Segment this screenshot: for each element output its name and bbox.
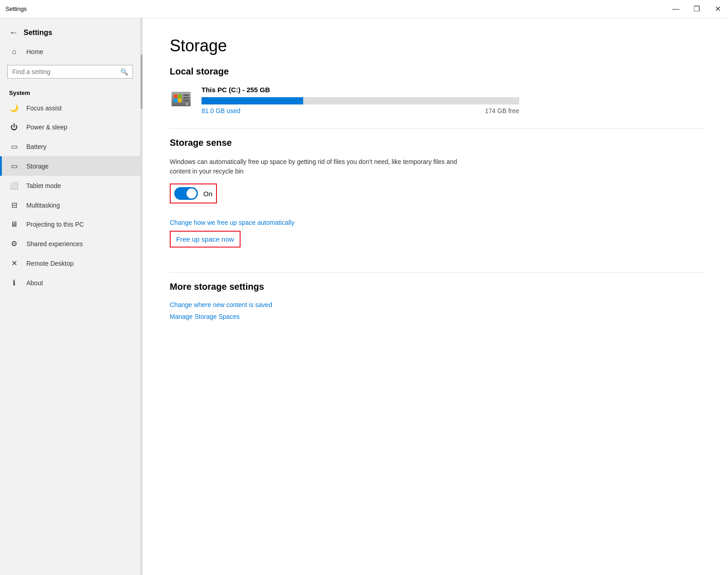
storage-label: Storage [26, 163, 49, 170]
sidebar-item-tablet-mode[interactable]: ⬜ Tablet mode [0, 176, 140, 195]
sidebar-app-title: Settings [24, 29, 52, 37]
system-section-label: System [0, 88, 140, 98]
sidebar-item-power-sleep[interactable]: ⏻ Power & sleep [0, 118, 140, 137]
divider-1 [170, 128, 705, 129]
storage-sense-toggle[interactable] [174, 187, 198, 200]
drive-details: This PC (C:) - 255 GB 81.0 GB used 174 G… [202, 86, 705, 114]
tablet-mode-label: Tablet mode [26, 182, 61, 189]
sidebar-item-focus-assist[interactable]: 🌙 Focus assist [0, 98, 140, 118]
change-content-link[interactable]: Change where new content is saved [170, 301, 705, 308]
tablet-mode-icon: ⬜ [9, 181, 19, 190]
storage-bar-used [202, 97, 303, 104]
power-sleep-icon: ⏻ [9, 123, 19, 131]
shared-experiences-icon: ⚙ [9, 239, 19, 248]
free-space-link[interactable]: Free up space now [170, 231, 241, 248]
storage-used-label: 81.0 GB used [202, 107, 241, 114]
storage-sense-title: Storage sense [170, 138, 705, 148]
manage-spaces-link[interactable]: Manage Storage Spaces [170, 313, 705, 320]
sidebar-item-about[interactable]: ℹ About [0, 273, 140, 292]
maximize-button[interactable]: ❐ [686, 0, 707, 18]
sense-description: Windows can automatically free up space … [170, 157, 478, 176]
sidebar: ← Settings ⌂ Home 🔍 System 🌙 Focus assis… [0, 18, 141, 575]
minimize-button[interactable]: — [665, 0, 686, 18]
about-icon: ℹ [9, 278, 19, 287]
window-controls: — ❐ ✕ [665, 0, 728, 18]
search-input[interactable] [12, 68, 120, 75]
sidebar-item-projecting[interactable]: 🖥 Projecting to this PC [0, 215, 140, 234]
close-button[interactable]: ✕ [707, 0, 728, 18]
sidebar-header: ← Settings [0, 18, 140, 42]
page-title: Storage [170, 36, 705, 55]
back-button[interactable]: ← [9, 27, 18, 38]
remote-desktop-label: Remote Desktop [26, 260, 74, 267]
main-content: Storage Local storage [143, 18, 728, 575]
svg-rect-3 [178, 94, 182, 98]
storage-bar-container [202, 97, 519, 104]
focus-assist-label: Focus assist [26, 104, 62, 112]
projecting-label: Projecting to this PC [26, 221, 84, 228]
home-icon: ⌂ [9, 48, 19, 56]
sidebar-item-multitasking[interactable]: ⊟ Multitasking [0, 195, 140, 215]
remote-desktop-icon: ✕ [9, 259, 19, 268]
multitasking-label: Multitasking [26, 202, 60, 209]
toggle-on-label: On [203, 190, 212, 198]
storage-bar-labels: 81.0 GB used 174 GB free [202, 107, 519, 114]
sidebar-item-remote-desktop[interactable]: ✕ Remote Desktop [0, 253, 140, 273]
drive-icon [170, 88, 192, 110]
storage-sense-toggle-row[interactable]: On [170, 183, 217, 203]
toggle-knob [187, 188, 197, 198]
svg-point-9 [186, 103, 188, 105]
scrollbar-thumb[interactable] [141, 55, 143, 109]
local-storage-title: Local storage [170, 66, 705, 77]
more-storage-title: More storage settings [170, 282, 705, 292]
svg-rect-5 [178, 99, 182, 102]
svg-rect-2 [174, 94, 177, 98]
battery-icon: ▭ [9, 142, 19, 151]
titlebar: Settings — ❐ ✕ [0, 0, 728, 18]
change-auto-link[interactable]: Change how we free up space automaticall… [170, 219, 705, 226]
storage-sense-section: Storage sense Windows can automatically … [170, 138, 705, 261]
projecting-icon: 🖥 [9, 220, 19, 228]
sidebar-scrollbar[interactable] [141, 18, 143, 575]
sidebar-item-home[interactable]: ⌂ Home [0, 42, 140, 61]
home-label: Home [26, 48, 43, 55]
sidebar-item-shared-experiences[interactable]: ⚙ Shared experiences [0, 234, 140, 253]
shared-experiences-label: Shared experiences [26, 240, 83, 248]
multitasking-icon: ⊟ [9, 201, 19, 209]
storage-free-label: 174 GB free [485, 107, 520, 114]
search-icon: 🔍 [120, 68, 128, 75]
divider-2 [170, 272, 705, 273]
sidebar-item-storage[interactable]: ▭ Storage [0, 156, 140, 176]
app-container: ← Settings ⌂ Home 🔍 System 🌙 Focus assis… [0, 18, 728, 575]
search-box[interactable]: 🔍 [7, 65, 133, 79]
battery-label: Battery [26, 143, 46, 150]
storage-icon: ▭ [9, 162, 19, 170]
titlebar-title: Settings [5, 5, 27, 12]
about-label: About [26, 279, 43, 287]
svg-rect-4 [174, 99, 177, 102]
svg-rect-7 [183, 97, 189, 99]
drive-icon-svg [171, 90, 192, 108]
focus-assist-icon: 🌙 [9, 104, 19, 112]
power-sleep-label: Power & sleep [26, 124, 67, 131]
svg-rect-6 [183, 94, 189, 96]
drive-item: This PC (C:) - 255 GB 81.0 GB used 174 G… [170, 86, 705, 114]
sidebar-item-battery[interactable]: ▭ Battery [0, 137, 140, 156]
svg-rect-8 [183, 100, 189, 101]
drive-name: This PC (C:) - 255 GB [202, 86, 705, 94]
